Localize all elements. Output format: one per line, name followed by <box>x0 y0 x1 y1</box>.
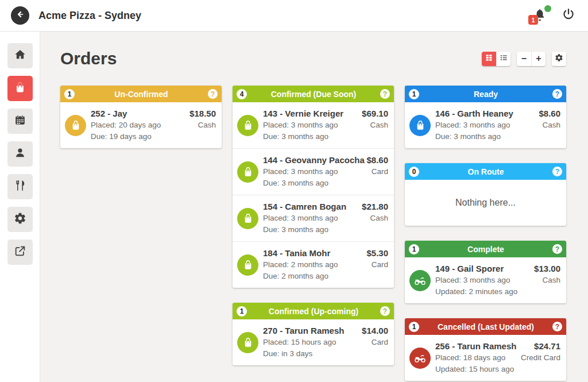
help-icon[interactable]: ? <box>380 89 390 99</box>
order-due: Due: 19 days ago <box>91 131 185 142</box>
help-icon[interactable]: ? <box>208 89 218 99</box>
order-card[interactable]: 149 - Gail Sporer Placed: 3 months ago U… <box>405 257 566 303</box>
order-title: 149 - Gail Sporer <box>435 263 529 275</box>
motorcycle-icon <box>409 348 431 369</box>
empty-column-message: Nothing here... <box>405 180 566 226</box>
order-title: 144 - Geovanny Pacocha <box>263 155 362 166</box>
motorcycle-icon <box>409 270 431 291</box>
column-count-badge: 1 <box>64 89 75 99</box>
column-count-badge: 4 <box>237 89 247 99</box>
order-due: Due: 3 months ago <box>435 131 534 142</box>
help-icon[interactable]: ? <box>552 167 562 176</box>
power-icon <box>562 7 575 24</box>
order-card[interactable]: 146 - Garth Heaney Placed: 3 months ago … <box>405 102 566 148</box>
order-due: Due: 2 months ago <box>263 271 362 282</box>
order-card[interactable]: 252 - Jay Placed: 20 days ago Due: 19 da… <box>60 102 222 148</box>
order-price: $14.00 <box>362 325 388 337</box>
order-title: 146 - Garth Heaney <box>435 108 534 119</box>
order-placed: Placed: 3 months ago <box>435 119 534 131</box>
sidebar-item-customers[interactable] <box>7 141 33 167</box>
bag-icon <box>237 332 258 353</box>
zoom-in-button[interactable]: + <box>531 52 546 66</box>
arrow-left-icon <box>15 9 25 22</box>
sidebar-item-settings[interactable] <box>7 207 33 232</box>
order-updated: Updated: 15 hours ago <box>435 364 516 375</box>
notifications-button[interactable]: 1 <box>533 7 548 24</box>
order-due: Due: 3 months ago <box>263 224 357 236</box>
home-icon <box>14 48 26 63</box>
column-on-route: 0 On Route ? Nothing here... <box>405 163 566 226</box>
order-title: 252 - Jay <box>91 108 185 119</box>
order-placed: Placed: 20 days ago <box>91 119 185 131</box>
order-placed: Placed: 18 days ago <box>435 352 516 364</box>
order-card[interactable]: 144 - Geovanny Pacocha Placed: 3 months … <box>233 148 394 195</box>
gear-icon <box>14 212 26 227</box>
help-icon[interactable]: ? <box>380 306 390 316</box>
order-payment: Card <box>362 337 388 348</box>
order-due: Due: in 3 days <box>263 348 357 360</box>
help-icon[interactable]: ? <box>552 244 562 254</box>
bag-icon <box>237 161 258 183</box>
order-payment: Cash <box>534 275 560 286</box>
order-title: 143 - Vernie Kreiger <box>263 108 357 119</box>
person-icon <box>14 146 26 161</box>
order-card[interactable]: 154 - Camren Bogan Placed: 3 months ago … <box>233 195 394 241</box>
help-icon[interactable]: ? <box>552 89 562 99</box>
order-price: $8.60 <box>539 108 560 119</box>
board-toolbar: − + <box>482 52 566 66</box>
sidebar-item-external[interactable] <box>7 240 33 265</box>
column-count-badge: 1 <box>409 89 419 99</box>
column-count-badge: 1 <box>409 322 419 332</box>
order-price: $24.71 <box>521 341 560 352</box>
external-link-icon <box>14 245 26 260</box>
order-updated: Updated: 2 minutes ago <box>435 286 529 298</box>
column-title: On Route <box>419 167 552 176</box>
order-card[interactable]: 184 - Tania Mohr Placed: 2 months ago Du… <box>233 241 394 288</box>
order-title: 256 - Tarun Ramesh <box>435 341 516 352</box>
sidebar-item-orders[interactable] <box>7 76 33 101</box>
gear-icon <box>555 53 563 64</box>
column-title: Ready <box>419 90 552 99</box>
order-price: $5.30 <box>366 248 388 259</box>
column-count-badge: 1 <box>409 244 419 254</box>
grid-view-button[interactable] <box>482 52 496 66</box>
bag-icon <box>237 208 258 229</box>
order-placed: Placed: 3 months ago <box>263 166 362 178</box>
notification-count-badge: 1 <box>528 15 538 25</box>
order-placed: Placed: 15 hours ago <box>263 337 357 348</box>
order-payment: Cash <box>362 213 388 224</box>
board-settings-button[interactable] <box>552 52 566 66</box>
sidebar-item-home[interactable] <box>7 43 33 68</box>
order-payment: Cash <box>189 119 216 131</box>
column-ready: 1 Ready ? 146 - Garth Heaney Placed: 3 m… <box>405 86 566 148</box>
zoom-out-button[interactable]: − <box>517 52 531 66</box>
order-payment: Card <box>366 259 388 271</box>
order-placed: Placed: 3 months ago <box>263 213 357 224</box>
order-card[interactable]: 143 - Vernie Kreiger Placed: 3 months ag… <box>233 102 394 148</box>
logout-power-button[interactable] <box>562 7 575 24</box>
back-button[interactable] <box>11 6 29 25</box>
bag-icon <box>237 115 258 136</box>
list-view-button[interactable] <box>496 52 510 66</box>
order-placed: Placed: 2 months ago <box>263 259 362 271</box>
calendar-icon <box>14 114 26 129</box>
order-payment: Credit Card <box>521 352 560 364</box>
sidebar-nav <box>0 32 40 382</box>
order-title: 270 - Tarun Ramesh <box>263 325 357 337</box>
order-payment: Cash <box>539 119 560 131</box>
list-view-icon <box>500 53 508 64</box>
order-price: $18.50 <box>189 108 216 119</box>
shopping-bag-icon <box>14 81 26 96</box>
column-count-badge: 0 <box>409 167 419 177</box>
help-icon[interactable]: ? <box>552 322 562 331</box>
page-title: Orders <box>60 49 117 68</box>
sidebar-item-menu[interactable] <box>7 174 33 199</box>
column-complete: 1 Complete ? 149 - Gail Sporer Placed: 3… <box>405 241 566 303</box>
column-cancelled: 1 Cancelled (Last Updated) ? 256 - Tarun… <box>405 318 566 381</box>
order-due: Due: 3 months ago <box>263 131 357 142</box>
order-card[interactable]: 270 - Tarun Ramesh Placed: 15 hours ago … <box>233 319 394 365</box>
order-placed: Placed: 3 months ago <box>435 275 529 286</box>
column-title: Complete <box>419 245 552 254</box>
order-card[interactable]: 256 - Tarun Ramesh Placed: 18 days ago U… <box>405 335 566 381</box>
sidebar-item-calendar[interactable] <box>7 109 33 134</box>
